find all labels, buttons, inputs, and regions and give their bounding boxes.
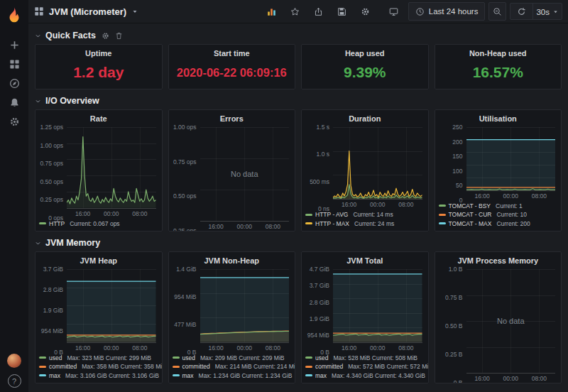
legend-item[interactable]: committedMax: 358 MiB Current: 358 MiB: [39, 362, 160, 371]
x-axis-label: 00:00: [104, 344, 119, 352]
zoom-out-button[interactable]: [488, 2, 506, 21]
panel-title[interactable]: Uptime: [36, 47, 162, 59]
panel-title[interactable]: Non-Heap used: [435, 47, 562, 59]
panel-title[interactable]: Duration: [302, 112, 428, 124]
panel-title[interactable]: Heap used: [302, 47, 428, 59]
x-axis-label: 08:00: [132, 210, 147, 217]
legend-item[interactable]: committedMax: 214 MiB Current: 214 MiB: [173, 362, 294, 371]
sidebar-item-create[interactable]: [0, 36, 28, 55]
refresh-interval-select[interactable]: 30s: [533, 4, 562, 20]
y-axis: 1.25 ops1.00 ops0.75 ops0.50 ops0.25 ops…: [37, 127, 67, 218]
dashboard-icon: [34, 6, 44, 16]
plot-area[interactable]: [333, 127, 422, 200]
row-title: I/O Overview: [45, 96, 99, 106]
cycle-view-button[interactable]: [383, 4, 405, 20]
y-axis-label: 250: [452, 124, 462, 131]
row-header-i-o-overview[interactable]: I/O Overview: [33, 92, 564, 109]
row-trash-icon[interactable]: [115, 32, 123, 40]
plot-wrap: 16:0000:0008:00: [333, 269, 422, 352]
x-axis-label: 00:00: [237, 223, 252, 230]
share-button[interactable]: [307, 4, 329, 20]
chevron-down-icon: [35, 33, 41, 39]
y-axis-label: 500 ms: [310, 178, 329, 185]
graph-body: 25020015010050016:0000:0008:00: [435, 124, 562, 200]
panel-row: Uptime1.2 dayStart time2020-06-22 06:09:…: [33, 44, 564, 89]
caret-down-icon[interactable]: [131, 8, 138, 15]
panel-title[interactable]: JVM Process Memory: [435, 254, 562, 266]
legend-item[interactable]: maxMax: 3.106 GiB Current: 3.106 GiB: [39, 371, 160, 381]
sidebar-item-dashboards[interactable]: [0, 55, 28, 74]
legend-item[interactable]: maxMax: 1.234 GiB Current: 1.234 GiB: [173, 371, 294, 381]
time-range-picker[interactable]: Last 24 hours: [408, 2, 486, 21]
sidebar-item-configuration[interactable]: [0, 112, 28, 131]
grafana-logo[interactable]: [5, 6, 23, 24]
add-panel-button[interactable]: [261, 4, 283, 20]
legend-label: TOMCAT - BSY: [449, 202, 491, 211]
row-header-jvm-memory[interactable]: JVM Memory: [33, 234, 564, 251]
y-axis: 1.4 GiB954 MiB477 MiB0 B: [170, 269, 200, 352]
legend-item[interactable]: maxMax: 4.340 GiB Current: 4.340 GiB: [305, 371, 427, 381]
user-avatar[interactable]: [7, 354, 21, 368]
plot-area[interactable]: [333, 269, 422, 343]
legend-item[interactable]: TOMCAT - MAXCurrent: 200: [439, 219, 560, 229]
y-axis-label: 0.25 B: [445, 351, 463, 358]
refresh-interval-label: 30s: [536, 8, 550, 16]
row-gear-icon[interactable]: [102, 32, 109, 40]
refresh-button[interactable]: [510, 4, 532, 20]
graph-panel-errors: Errors1.00 ops0.75 ops0.50 ops0.25 opsNo…: [168, 109, 296, 232]
row-header-quick-facts[interactable]: Quick Facts: [33, 27, 564, 44]
help-icon[interactable]: ?: [8, 374, 21, 388]
graph-body: 1.4 GiB954 MiB477 MiB0 B16:0000:0008:00: [169, 266, 295, 352]
legend-item[interactable]: TOMCAT - CURCurrent: 10: [439, 210, 560, 219]
plot-area[interactable]: No data: [466, 269, 556, 374]
panel-title[interactable]: Start time: [169, 47, 295, 59]
plot-area[interactable]: [67, 127, 156, 209]
x-axis-label: 16:00: [208, 344, 223, 352]
y-axis-label: 150: [452, 153, 462, 160]
legend-label: TOMCAT - MAX: [449, 219, 492, 229]
legend-stats: Max: 358 MiB Current: 358 MiB: [82, 362, 161, 371]
panel-title[interactable]: JVM Non-Heap: [169, 254, 295, 266]
x-axis-label: 00:00: [503, 192, 518, 200]
legend-item[interactable]: HTTP - MAXCurrent: 24 ms: [305, 219, 427, 229]
y-axis-label: 0.50 ops: [173, 192, 197, 200]
dashboard-title[interactable]: JVM (Micrometer): [49, 6, 126, 17]
legend: TOMCAT - BSYCurrent: 1TOMCAT - CURCurren…: [435, 200, 562, 232]
sidebar-item-alerting[interactable]: [0, 93, 28, 112]
graph-body: 1.0 B0.75 B0.50 B0.25 B0 BNo data16:0000…: [435, 266, 562, 383]
dashboard-settings-button[interactable]: [354, 4, 376, 20]
legend-stats: Current: 200: [496, 219, 530, 229]
save-button[interactable]: [331, 4, 353, 20]
y-axis-label: 2.8 GiB: [310, 299, 329, 306]
star-button[interactable]: [284, 4, 306, 20]
y-axis-label: 0.50 B: [445, 322, 463, 330]
legend-stats: Current: 1: [496, 202, 523, 211]
panel-title[interactable]: Utilisation: [435, 112, 562, 124]
panel-title[interactable]: JVM Total: [302, 254, 428, 266]
plot-area[interactable]: [200, 269, 290, 343]
stat-value: 9.39%: [302, 59, 428, 89]
legend-label: TOMCAT - CUR: [449, 210, 492, 219]
no-data-text: No data: [466, 269, 556, 373]
sidebar-item-explore[interactable]: [0, 74, 28, 93]
legend-stats: Max: 323 MiB Current: 299 MiB: [67, 354, 151, 363]
legend-label: HTTP - MAX: [315, 219, 349, 229]
plot-area[interactable]: [67, 269, 156, 343]
panel-title[interactable]: Rate: [36, 112, 162, 124]
x-axis: 16:0000:0008:00: [333, 343, 422, 352]
legend-item[interactable]: TOMCAT - BSYCurrent: 1: [439, 202, 560, 211]
plot-area[interactable]: [466, 127, 556, 191]
row-title: Quick Facts: [45, 31, 96, 40]
legend-stats: Max: 572 MiB Current: 572 MiB: [348, 362, 427, 371]
panel-title[interactable]: JVM Heap: [36, 254, 162, 266]
y-axis-label: 0 B: [320, 349, 329, 356]
legend-label: max: [182, 371, 194, 381]
legend-item[interactable]: committedMax: 572 MiB Current: 572 MiB: [305, 362, 427, 371]
y-axis: 3.7 GiB2.8 GiB1.9 GiB954 MiB0 B: [37, 269, 67, 352]
sidebar: ?: [0, 0, 28, 392]
x-axis-label: 00:00: [237, 344, 252, 352]
plot-area[interactable]: No data: [200, 127, 290, 222]
legend-color-marker: [439, 214, 446, 216]
panel-title[interactable]: Errors: [169, 112, 295, 124]
x-axis-label: 08:00: [532, 192, 547, 200]
